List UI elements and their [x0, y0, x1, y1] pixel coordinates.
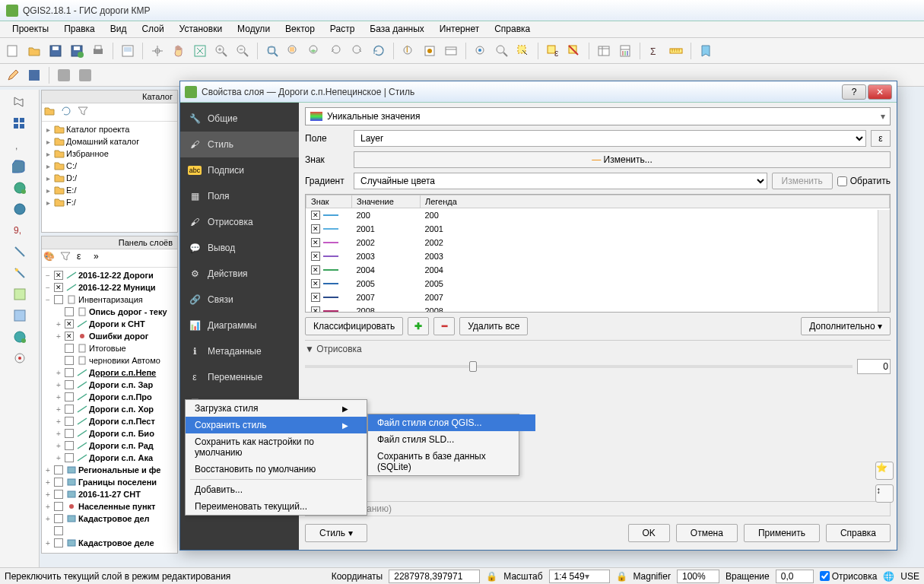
remove-category-button[interactable]: ━ — [433, 317, 455, 335]
new-project-icon[interactable] — [3, 41, 23, 61]
menu-save-style[interactable]: Сохранить стиль▶ — [299, 417, 367, 433]
renderer-select[interactable]: Уникальные значения ▾ — [305, 107, 891, 125]
submenu-qgis-style[interactable]: Файл стиля слоя QGIS... — [368, 414, 535, 431]
menu-baza-dannykh[interactable]: База данных — [362, 21, 431, 37]
menu-vektor[interactable]: Вектор — [278, 21, 322, 37]
invert-checkbox[interactable]: Обратить — [837, 176, 891, 186]
identify2-icon[interactable] — [471, 41, 491, 61]
add-wms-icon[interactable] — [10, 178, 30, 198]
layers-expr-icon[interactable]: ε — [77, 251, 92, 266]
select-expr-icon[interactable]: ε — [543, 41, 563, 61]
opacity-value[interactable] — [857, 359, 891, 374]
save-icon[interactable] — [46, 41, 65, 61]
add-csv-icon[interactable]: 9, — [10, 221, 30, 240]
menu-moduli[interactable]: Модули — [230, 21, 278, 37]
print-icon[interactable] — [88, 41, 108, 61]
menu-rename[interactable]: Переименовать текущий... — [299, 498, 367, 515]
dialog-tab-6[interactable]: ⚙Действия — [180, 261, 299, 287]
category-row[interactable]: ✕20042004 — [306, 263, 890, 277]
menu-pravka[interactable]: Правка — [56, 21, 103, 37]
layer-item[interactable]: +Дороги с.п. Ака — [43, 452, 176, 464]
dialog-tab-2[interactable]: abcПодписи — [180, 157, 299, 183]
open-icon[interactable] — [24, 41, 44, 61]
vscroll-1-icon[interactable] — [10, 242, 30, 262]
scale-field[interactable]: 1:4 549 ▾ — [549, 570, 610, 583]
vscroll-2-icon[interactable] — [10, 263, 30, 283]
tb-icon-2[interactable] — [441, 41, 461, 61]
classify-button[interactable]: Классифицировать — [305, 317, 403, 335]
catalog-item[interactable]: ▸Каталог проекта — [43, 123, 176, 135]
col-legend[interactable]: Легенда — [421, 195, 890, 208]
close-titlebar-button[interactable]: ✕ — [868, 84, 892, 100]
zoom-sel-icon[interactable] — [284, 41, 303, 61]
cancel-button[interactable]: Отмена — [676, 524, 738, 542]
coord-field[interactable]: 2287978,397971 — [389, 570, 480, 583]
dialog-tab-9[interactable]: ℹМетаданные — [180, 338, 299, 364]
menu-proekty[interactable]: Проекты — [5, 21, 56, 37]
category-row[interactable]: ✕20022002 — [306, 236, 890, 249]
zoom-layer-icon[interactable] — [305, 41, 325, 61]
menu-vid[interactable]: Вид — [103, 21, 135, 37]
rot-field[interactable]: 0,0 — [776, 570, 814, 583]
attr-table-icon[interactable] — [594, 41, 614, 61]
category-row[interactable]: ✕20052005 — [306, 277, 890, 290]
menu-restore-default[interactable]: Восстановить по умолчанию — [299, 461, 367, 478]
render-checkbox[interactable]: Отрисовка — [820, 571, 878, 582]
catalog-add-icon[interactable] — [43, 105, 59, 120]
category-row[interactable]: ✕20082008 — [306, 304, 890, 313]
layer-item[interactable]: +Дороги с.п. Хор — [43, 403, 176, 415]
help-button[interactable]: Справка — [826, 524, 891, 542]
sort-asc-icon[interactable]: ⭐ — [875, 462, 894, 480]
add-category-button[interactable]: ✚ — [408, 317, 429, 335]
category-row[interactable]: ✕20032003 — [306, 249, 890, 263]
identify-icon[interactable]: i — [398, 41, 418, 61]
edit-gradient-button[interactable]: Изменить — [772, 173, 833, 189]
ok-button[interactable]: OK — [628, 524, 670, 542]
dialog-tab-7[interactable]: 🔗Связи — [180, 287, 299, 313]
save-edits-icon[interactable] — [24, 65, 44, 85]
layer-item[interactable]: +Региональные и фе — [43, 464, 176, 476]
add-raster-icon[interactable] — [10, 114, 30, 134]
pan-to-icon[interactable] — [190, 41, 210, 61]
pan-icon[interactable] — [148, 41, 167, 61]
layer-item[interactable]: +Дороги с.п. Рад — [43, 440, 176, 452]
apply-button[interactable]: Применить — [744, 524, 820, 542]
layer-item[interactable] — [43, 525, 176, 537]
layer-item[interactable]: +Дороги с.п.Непе — [43, 367, 176, 379]
layers-expand-icon[interactable]: » — [94, 251, 109, 266]
catalog-item[interactable]: ▸F:/ — [43, 196, 176, 208]
add-db-icon[interactable] — [10, 157, 30, 176]
col-value[interactable]: Значение — [352, 195, 421, 208]
dialog-tab-1[interactable]: 🖌Стиль — [180, 132, 299, 157]
refresh-icon[interactable] — [369, 41, 389, 61]
layer-item[interactable]: −✕2016-12-22 Муници — [43, 281, 176, 294]
layer-item[interactable]: +Дороги с.п. Био — [43, 427, 176, 440]
submenu-db-style[interactable]: Сохранить в базе данных (SQLite) — [368, 448, 535, 475]
dialog-tab-0[interactable]: 🔧Общие — [180, 106, 299, 132]
col-sign[interactable]: Знак — [306, 195, 352, 208]
zoom2-icon[interactable] — [492, 41, 512, 61]
layer-item[interactable]: +✕Ошибки дорог — [43, 330, 176, 342]
change-symbol-button[interactable]: — Изменить... — [354, 151, 891, 168]
category-row[interactable]: ✕20072007 — [306, 290, 890, 304]
catalog-refresh-icon[interactable] — [60, 105, 75, 120]
add-virt-icon[interactable] — [10, 306, 30, 325]
dialog-tab-3[interactable]: ▦Поля — [180, 183, 299, 209]
layers-filter-icon[interactable] — [60, 251, 75, 266]
layer-item[interactable]: +Кадастровое деле — [43, 537, 176, 549]
table-scrollbar[interactable] — [878, 210, 890, 312]
menu-internet[interactable]: Интернет — [432, 21, 487, 37]
layer-item[interactable]: −Инвентаризация — [43, 294, 176, 306]
render-section-header[interactable]: ▼ Отрисовка — [305, 344, 891, 354]
dialog-tab-8[interactable]: 📊Диаграммы — [180, 313, 299, 338]
layer-item[interactable]: −✕2016-12-22 Дороги — [43, 269, 176, 281]
sigma-icon[interactable]: Σ — [645, 41, 665, 61]
dialog-tab-10[interactable]: εПеременные — [180, 364, 299, 390]
catalog-item[interactable]: ▸E:/ — [43, 184, 176, 196]
category-row[interactable]: ✕200200 — [306, 208, 890, 222]
layers-style-icon[interactable]: 🎨 — [43, 251, 59, 266]
gps-icon[interactable] — [10, 348, 30, 368]
zoom-in-icon[interactable] — [211, 41, 231, 61]
opacity-slider[interactable] — [305, 365, 853, 368]
layout-icon[interactable] — [118, 41, 138, 61]
